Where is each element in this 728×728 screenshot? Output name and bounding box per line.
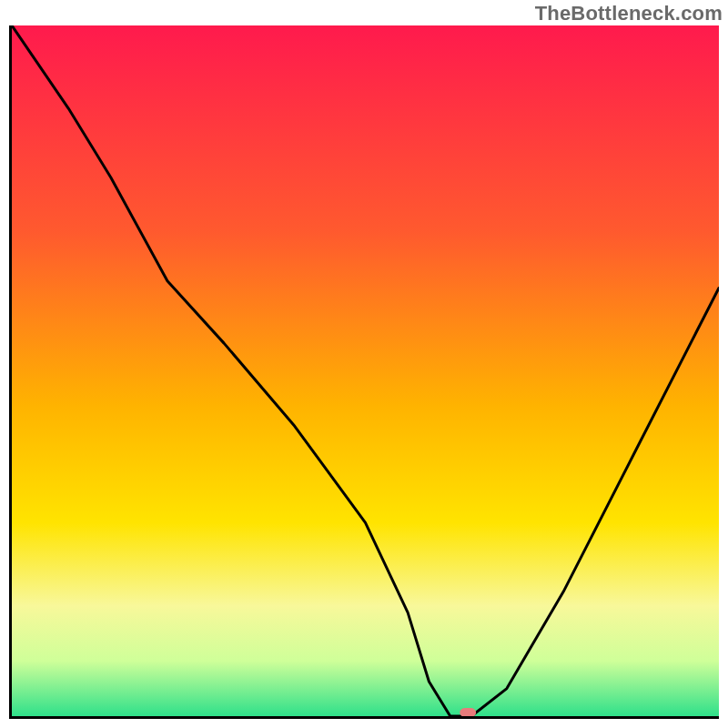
gradient-background [12,25,719,716]
chart-container: TheBottleneck.com [0,0,728,728]
watermark-text: TheBottleneck.com [535,2,723,25]
chart-svg [12,25,719,716]
optimal-marker [460,708,476,716]
plot-area [9,25,719,719]
